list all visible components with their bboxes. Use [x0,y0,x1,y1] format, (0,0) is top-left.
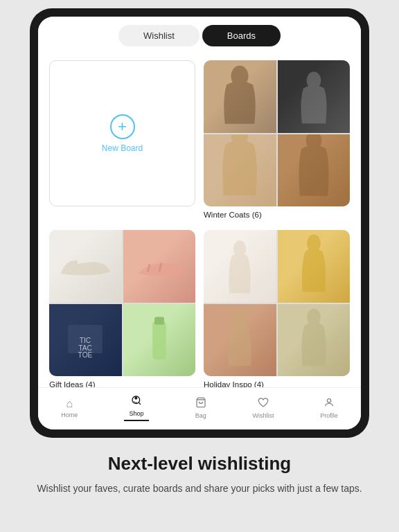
svg-rect-10 [152,321,166,360]
nav-wishlist-label: Wishlist [252,412,274,419]
board-image-cell [123,230,196,303]
svg-point-26 [134,397,137,400]
svg-text:TOE: TOE [78,351,93,359]
nav-shop-label: Shop [130,410,144,417]
board-image-cell [204,230,276,303]
board-image-cell [204,304,276,377]
board-image-cell [278,60,351,133]
nav-profile-label: Profile [320,412,338,419]
board-image-cell [204,134,276,207]
board-image-cell [278,230,351,303]
board-image-cell [49,230,122,303]
board-title-holiday-inspo: Holiday Inspo (4) [204,380,350,387]
boards-grid: + New Board [49,60,350,387]
board-images-gift-ideas: TIC TAC TOE [49,230,195,376]
nav-active-indicator [124,420,149,421]
board-image-cell [278,304,351,377]
board-image-cell [204,60,276,133]
nav-home-label: Home [61,411,78,418]
bottom-nav: ⌂ Home Shop [38,387,361,429]
home-icon: ⌂ [66,398,73,410]
nav-profile[interactable]: Profile [312,396,346,420]
board-images-holiday-inspo [204,230,350,376]
content-area: + New Board [38,52,361,387]
tablet-screen: Wishlist Boards + New Board [38,17,361,429]
new-board-card[interactable]: + New Board [49,60,195,219]
boards-row-1: + New Board [49,60,350,219]
board-image-cell [123,304,196,377]
shop-icon [131,395,142,409]
svg-rect-11 [154,317,164,324]
nav-shop[interactable]: Shop [116,393,157,423]
tab-bar: Wishlist Boards [38,17,361,52]
nav-bag[interactable]: Bag [187,396,215,420]
board-title-winter-coats: Winter Coats (6) [204,211,350,219]
plus-icon: + [110,114,135,139]
tab-boards[interactable]: Boards [202,25,281,46]
board-holiday-inspo[interactable]: Holiday Inspo (4) [204,230,350,387]
board-images-winter-coats [204,60,350,206]
tab-wishlist[interactable]: Wishlist [118,25,200,46]
boards-row-2: TIC TAC TOE [49,230,350,387]
bag-icon [195,397,206,411]
promo-title: Next-level wishlisting [37,453,362,475]
wishlist-icon [258,397,269,411]
nav-home[interactable]: ⌂ Home [53,396,86,420]
nav-bag-label: Bag [195,412,206,419]
profile-icon [323,397,335,411]
board-image-cell: TIC TAC TOE [49,304,122,377]
tablet-frame: Wishlist Boards + New Board [30,8,369,438]
promo-subtitle: Wishlist your faves, curate boards and s… [37,481,362,496]
promo-section: Next-level wishlisting Wishlist your fav… [9,438,389,496]
board-title-gift-ideas: Gift Ideas (4) [49,380,195,387]
nav-wishlist[interactable]: Wishlist [244,396,282,420]
board-winter-coats[interactable]: Winter Coats (6) [204,60,350,219]
svg-line-25 [139,402,141,405]
svg-point-27 [327,399,330,402]
board-gift-ideas[interactable]: TIC TAC TOE [49,230,195,387]
board-image-cell [278,134,351,207]
new-board-label: New Board [102,143,143,153]
new-board-box[interactable]: + New Board [49,60,195,206]
